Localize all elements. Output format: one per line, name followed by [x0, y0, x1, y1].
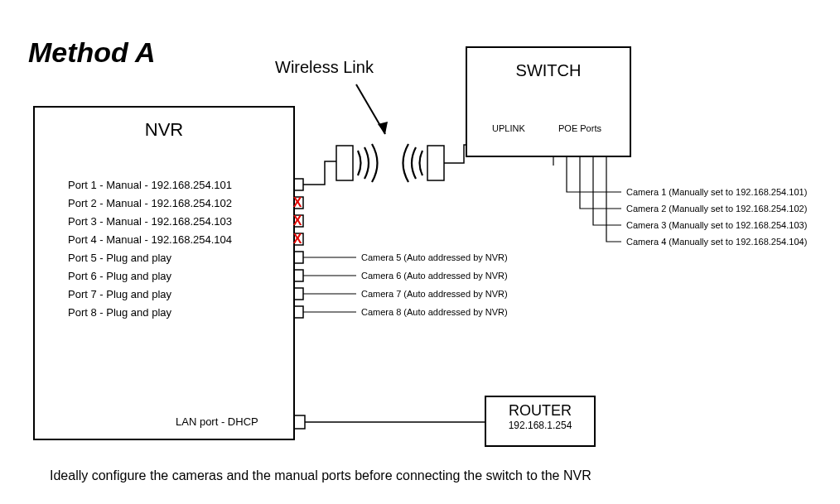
switch-box: SWITCH: [466, 46, 631, 157]
nvr-port-3: Port 3 - Manual - 192.168.254.103: [68, 215, 232, 228]
camera-3-label: Camera 3 (Manually set to 192.168.254.10…: [626, 220, 807, 230]
switch-title: SWITCH: [467, 61, 630, 80]
uplink-label: UPLINK: [492, 123, 525, 133]
svg-rect-11: [336, 146, 353, 180]
camera-6-label: Camera 6 (Auto addressed by NVR): [361, 271, 508, 281]
footer-note: Ideally configure the cameras and the ma…: [50, 468, 591, 483]
diagram-stage: Method A Wireless Link: [0, 0, 840, 504]
nvr-port-6: Port 6 - Plug and play: [68, 270, 171, 282]
x-mark-3: X: [292, 233, 302, 245]
lan-port-label: LAN port - DHCP: [176, 415, 258, 428]
nvr-port-1: Port 1 - Manual - 192.168.254.101: [68, 179, 232, 191]
router-title: ROUTER: [486, 402, 594, 420]
camera-4-label: Camera 4 (Manually set to 192.168.254.10…: [626, 237, 807, 247]
nvr-port-2: Port 2 - Manual - 192.168.254.102: [68, 197, 232, 209]
router-box: ROUTER 192.168.1.254: [485, 396, 596, 447]
svg-rect-12: [427, 146, 444, 180]
nvr-title: NVR: [35, 119, 293, 141]
camera-8-label: Camera 8 (Auto addressed by NVR): [361, 307, 508, 317]
camera-1-label: Camera 1 (Manually set to 192.168.254.10…: [626, 187, 807, 197]
camera-5-label: Camera 5 (Auto addressed by NVR): [361, 252, 508, 262]
x-mark-2: X: [292, 215, 302, 227]
nvr-port-7: Port 7 - Plug and play: [68, 288, 171, 300]
nvr-port-4: Port 4 - Manual - 192.168.254.104: [68, 233, 232, 246]
x-mark-1: X: [292, 197, 302, 209]
router-ip: 192.168.1.254: [486, 420, 594, 431]
camera-2-label: Camera 2 (Manually set to 192.168.254.10…: [626, 204, 807, 214]
camera-7-label: Camera 7 (Auto addressed by NVR): [361, 289, 508, 299]
poe-ports-label: POE Ports: [558, 123, 601, 133]
nvr-port-5: Port 5 - Plug and play: [68, 252, 171, 264]
nvr-port-8: Port 8 - Plug and play: [68, 306, 171, 319]
